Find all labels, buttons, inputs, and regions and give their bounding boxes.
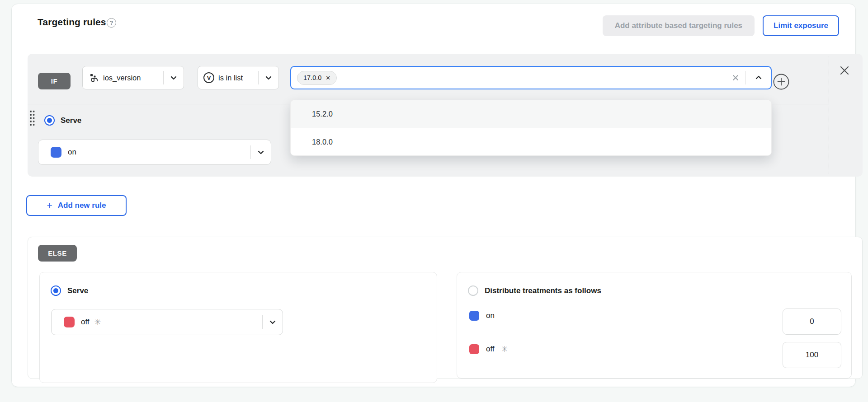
serve-radio[interactable] xyxy=(44,115,55,126)
serve-label: Serve xyxy=(61,116,81,125)
plus-icon: + xyxy=(47,200,52,211)
matcher-value: is in list xyxy=(218,74,243,82)
values-dropdown-menu: 15.2.0 18.0.0 xyxy=(290,100,772,156)
chevron-down-icon[interactable] xyxy=(164,74,184,82)
chip-remove-icon[interactable]: ✕ xyxy=(326,75,330,81)
chevron-down-icon[interactable] xyxy=(251,148,271,156)
else-badge: ELSE xyxy=(38,245,77,262)
else-treatment-select[interactable]: off ✳ xyxy=(51,309,283,335)
distribute-off-percent-input[interactable] xyxy=(783,342,841,368)
header-buttons: Add attribute based targeting rules Limi… xyxy=(603,15,839,36)
add-new-rule-button[interactable]: + Add new rule xyxy=(26,195,127,216)
drag-handle[interactable] xyxy=(29,109,35,126)
dropdown-option[interactable]: 18.0.0 xyxy=(291,128,771,155)
distribute-card: Distribute treatments as follows on off … xyxy=(457,272,852,379)
values-input[interactable] xyxy=(340,67,731,89)
treatment-off-swatch xyxy=(64,317,75,327)
treatment-select[interactable]: on xyxy=(38,140,271,165)
chevron-up-icon[interactable] xyxy=(751,74,766,82)
else-section: ELSE Serve off ✳ xyxy=(28,237,863,379)
chevron-down-icon[interactable] xyxy=(263,318,283,326)
attribute-select[interactable]: ios_version xyxy=(82,66,184,89)
else-treatment-value: off xyxy=(81,318,90,327)
distribute-label: Distribute treatments as follows xyxy=(485,286,601,295)
help-icon[interactable]: ? xyxy=(107,18,116,28)
distribute-row-off: off ✳ xyxy=(469,344,508,354)
targeting-rules-panel: Targeting rules ? Add attribute based ta… xyxy=(11,4,856,387)
else-serve-card: Serve off ✳ xyxy=(39,272,437,383)
distribute-on-percent-input[interactable] xyxy=(783,309,841,335)
add-new-rule-label: Add new rule xyxy=(58,201,106,210)
distribute-radio[interactable] xyxy=(468,285,478,296)
distribute-option[interactable]: Distribute treatments as follows xyxy=(468,285,601,296)
values-multiselect[interactable]: 17.0.0 ✕ xyxy=(290,66,772,89)
else-serve-radio[interactable] xyxy=(51,285,61,296)
page-title: Targeting rules xyxy=(38,17,106,28)
treatment-off-swatch xyxy=(469,344,479,354)
matcher-select[interactable]: V is in list xyxy=(198,66,279,89)
attribute-icon xyxy=(89,73,99,83)
treatment-value: on xyxy=(68,148,76,157)
attribute-value: ios_version xyxy=(103,74,141,82)
serve-option[interactable]: Serve xyxy=(44,115,81,126)
remove-rule-icon[interactable] xyxy=(839,65,850,76)
matcher-version-icon: V xyxy=(203,72,214,83)
rule-dotted-divider xyxy=(829,56,829,174)
limit-exposure-button[interactable]: Limit exposure xyxy=(763,15,839,36)
distribute-row-on: on xyxy=(469,311,501,321)
add-attribute-rules-button[interactable]: Add attribute based targeting rules xyxy=(603,15,755,36)
default-treatment-icon: ✳ xyxy=(501,344,508,354)
value-chip: 17.0.0 ✕ xyxy=(297,71,337,85)
chevron-down-icon[interactable] xyxy=(259,74,278,82)
else-serve-option[interactable]: Serve xyxy=(51,285,88,296)
targeting-rule-card: IF ios_version V is in list xyxy=(28,54,863,177)
distribute-treatment-name: off xyxy=(486,345,495,354)
treatment-on-swatch xyxy=(469,311,479,321)
distribute-treatment-name: on xyxy=(486,311,495,320)
treatment-on-swatch xyxy=(51,147,61,158)
else-serve-label: Serve xyxy=(67,286,88,295)
default-treatment-icon: ✳ xyxy=(94,317,101,327)
if-badge: IF xyxy=(38,73,71,89)
chip-label: 17.0.0 xyxy=(303,74,321,81)
dropdown-option[interactable]: 15.2.0 xyxy=(291,100,771,128)
select-divider xyxy=(745,71,745,84)
clear-values-icon[interactable] xyxy=(731,74,740,82)
add-condition-icon[interactable] xyxy=(773,73,790,90)
